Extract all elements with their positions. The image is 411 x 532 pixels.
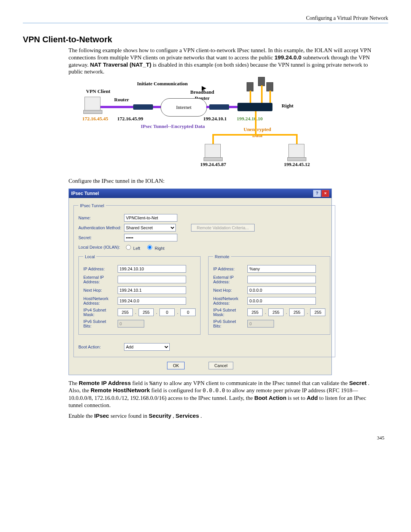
- lan-line: [269, 91, 271, 103]
- section-heading: VPN Client-to-Network: [23, 35, 388, 45]
- cloud-icon: Internet: [161, 98, 207, 117]
- cancel-button[interactable]: Cancel: [209, 362, 233, 369]
- outro-paragraph: The Remote IP Address field is %any to a…: [68, 380, 381, 409]
- remote-mask-3[interactable]: [310, 308, 325, 316]
- lan-line: [255, 111, 256, 134]
- secret-input[interactable]: [124, 234, 177, 241]
- link-line: [229, 106, 238, 108]
- pc-icon: [84, 97, 100, 110]
- bold: Security: [149, 412, 171, 419]
- text: service found in: [110, 413, 148, 419]
- label-v4mask: IPv4 Subnet Mask:: [213, 308, 247, 317]
- dot: .: [135, 310, 136, 315]
- label-name: Name:: [78, 216, 124, 220]
- page-number: 345: [23, 435, 384, 441]
- radio-left-label[interactable]: Left: [124, 244, 140, 251]
- boot-action-select[interactable]: Add: [124, 343, 170, 351]
- local-hostnet-input[interactable]: [118, 297, 186, 305]
- legend-remote: Remote: [213, 254, 231, 259]
- label-v4mask: IPv4 Subnet Mask:: [83, 308, 118, 317]
- remote-mask-2[interactable]: [289, 308, 304, 316]
- code: 0.0.0.0: [203, 388, 225, 394]
- ok-button[interactable]: OK: [167, 362, 185, 369]
- page-header: Configuring a Virtual Private Network: [23, 15, 388, 21]
- bold: Remote Host/Network: [91, 387, 150, 393]
- remote-validation-button: Remote Validation Criteria...: [191, 224, 255, 232]
- server-icon: [247, 82, 253, 91]
- label-unencrypted: Unencrypted Data: [244, 126, 271, 139]
- radio-right[interactable]: [147, 245, 152, 250]
- fieldset-ipsec-tunnel: IPsec Tunnel Name: Authentication Method…: [73, 203, 335, 357]
- enable-paragraph: Enable the IPsec service found in Securi…: [68, 412, 381, 420]
- label-ip: IP Address:: [83, 267, 118, 271]
- lan-line: [212, 134, 214, 145]
- label-right: Right: [282, 103, 293, 109]
- lan-line: [261, 85, 263, 103]
- bold: Boot Action: [254, 395, 286, 401]
- router-icon: [209, 104, 229, 110]
- label-v6bits: IPv6 Subnet Bits:: [213, 319, 247, 328]
- remote-v6bits-input: [247, 320, 274, 328]
- ipsec-tunnel-dialog: IPsec Tunnel ? × IPsec Tunnel Name: Auth…: [68, 189, 332, 375]
- pc-icon: [205, 144, 221, 158]
- header-rule: [23, 23, 388, 23]
- help-button[interactable]: ?: [313, 190, 321, 197]
- bold: Services: [175, 412, 199, 419]
- bold: Secret: [349, 380, 366, 386]
- local-nexthop-input[interactable]: [118, 286, 186, 294]
- local-ip-input[interactable]: [118, 265, 186, 273]
- label-auth-method: Authentication Method:: [78, 225, 124, 230]
- radio-left-text: Left: [133, 246, 140, 251]
- remote-nexthop-input[interactable]: [247, 286, 316, 294]
- server-icon: [258, 77, 265, 86]
- legend: IPsec Tunnel: [78, 203, 106, 208]
- network-diagram: Initiate Communication VPN Client Router…: [68, 81, 335, 172]
- bold: Remote IP Address: [79, 380, 131, 386]
- text: field is: [132, 380, 150, 386]
- label-initiate: Initiate Communication: [137, 81, 188, 87]
- lan-line: [296, 134, 298, 145]
- dot: .: [177, 310, 178, 315]
- fieldset-local: Local IP Address: External IP Address: N…: [78, 254, 201, 335]
- local-v6bits-input: [118, 320, 144, 328]
- dot: .: [307, 310, 308, 315]
- dot: .: [265, 310, 266, 315]
- label-router: Router: [114, 97, 129, 103]
- bold: Add: [307, 395, 318, 401]
- ip-pc1: 199.24.45.87: [200, 161, 226, 168]
- dot: .: [286, 310, 287, 315]
- close-button[interactable]: ×: [322, 190, 329, 197]
- remote-ip-input[interactable]: [247, 265, 316, 273]
- code: %any: [150, 380, 162, 387]
- name-input[interactable]: [124, 214, 177, 222]
- radio-left[interactable]: [126, 245, 131, 250]
- local-extip-input[interactable]: [118, 276, 186, 283]
- local-mask-3[interactable]: [180, 308, 196, 316]
- local-mask-0[interactable]: [118, 308, 133, 316]
- label-hostnet: Host/Network Address:: [83, 296, 118, 305]
- label-local-device: Local Device (IOLAN):: [78, 245, 124, 249]
- lan-line: [250, 91, 251, 103]
- router-icon: [133, 104, 153, 110]
- label-ipsec-tunnel: IPsec Tunnel--Encrypted Data: [141, 123, 205, 129]
- remote-extip-input[interactable]: [247, 276, 316, 283]
- label-hostnet: Host/Network Address:: [213, 296, 247, 305]
- label-nexthop: Next Hop:: [83, 288, 118, 292]
- server-icon: [266, 82, 273, 91]
- ip-gateway: 199.24.10.10: [237, 116, 263, 122]
- ip-router2: 199.24.10.1: [203, 116, 227, 122]
- ip-router1: 172.16.45.99: [117, 116, 143, 122]
- local-mask-1[interactable]: [139, 308, 154, 316]
- remote-mask-0[interactable]: [247, 308, 263, 316]
- legend-local: Local: [83, 254, 96, 259]
- ip-client: 172.16.45.45: [82, 116, 108, 122]
- ip-pc2: 199.24.45.12: [284, 161, 310, 168]
- auth-method-select[interactable]: Shared Secret: [124, 224, 176, 232]
- label-vpn-client: VPN Client: [86, 88, 110, 94]
- remote-mask-1[interactable]: [268, 308, 284, 316]
- label-ip: IP Address:: [213, 267, 247, 271]
- radio-right-label[interactable]: Right: [145, 244, 164, 251]
- remote-hostnet-input[interactable]: [247, 297, 316, 305]
- local-mask-2[interactable]: [159, 308, 175, 316]
- label-secret: Secret:: [78, 235, 124, 240]
